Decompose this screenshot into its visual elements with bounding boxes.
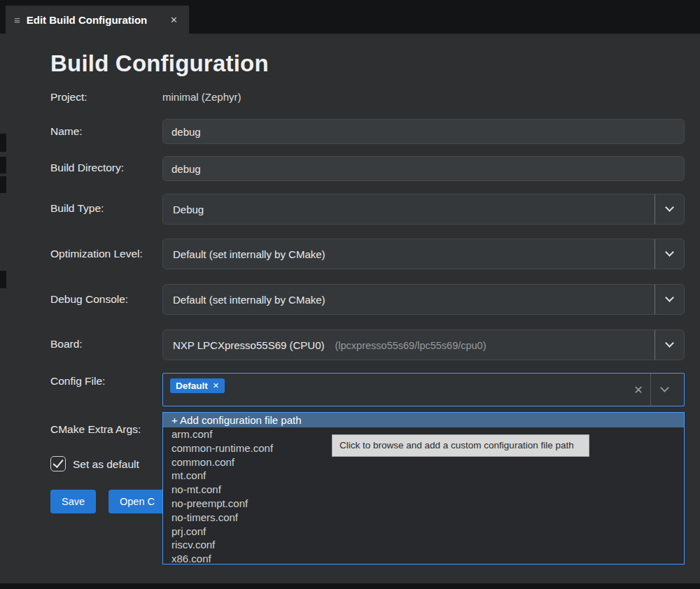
build-type-value: Debug — [173, 204, 204, 215]
project-value: minimal (Zephyr) — [162, 91, 241, 103]
debug-console-value: Default (set internally by CMake) — [173, 294, 326, 306]
left-edge-notch — [0, 176, 6, 193]
config-option[interactable]: x86.conf — [163, 552, 684, 565]
name-input[interactable] — [162, 119, 685, 144]
config-file-label: Config File: — [50, 375, 105, 388]
tab-title: Edit Build Configuration — [27, 14, 147, 26]
save-button[interactable]: Save — [50, 490, 96, 513]
board-label: Board: — [50, 338, 83, 350]
set-as-default-label: Set as default — [73, 458, 139, 471]
chevron-down-icon — [654, 285, 684, 314]
name-label: Name: — [50, 125, 83, 138]
cmake-extra-args-label: CMake Extra Args: — [50, 423, 141, 436]
left-edge-notch — [0, 134, 6, 152]
board-value: NXP LPCXpresso55S69 (CPU0) — [173, 339, 325, 351]
config-option[interactable]: no-timers.conf — [163, 511, 684, 525]
optimization-level-select[interactable]: Default (set internally by CMake) — [162, 239, 685, 269]
board-detail: (lpcxpresso55s69/lpc55s69/cpu0) — [335, 340, 486, 351]
config-file-multiselect[interactable]: Default ✕ ✕ — [162, 373, 685, 406]
config-chip-label: Default — [176, 381, 208, 391]
debug-console-select[interactable]: Default (set internally by CMake) — [162, 284, 685, 315]
set-as-default-checkbox[interactable] — [50, 456, 66, 471]
chevron-down-icon — [654, 194, 684, 224]
build-type-label: Build Type: — [50, 202, 104, 215]
config-option[interactable]: no-preempt.conf — [163, 497, 684, 511]
debug-console-label: Debug Console: — [50, 293, 128, 306]
chevron-down-icon[interactable] — [650, 374, 678, 406]
tab-edit-build-configuration[interactable]: ≡ Edit Build Configuration ✕ — [6, 6, 189, 34]
bottom-edge-strip — [0, 583, 700, 589]
edit-build-configuration-window: ≡ Edit Build Configuration ✕ Build Confi… — [0, 0, 700, 589]
build-type-select[interactable]: Debug — [162, 194, 685, 225]
tab-bar: ≡ Edit Build Configuration ✕ — [0, 0, 700, 34]
build-directory-input[interactable] — [162, 156, 685, 181]
chip-remove-icon[interactable]: ✕ — [213, 381, 219, 390]
chevron-down-icon — [654, 239, 684, 269]
config-option[interactable]: riscv.conf — [163, 538, 684, 552]
config-chip-default[interactable]: Default ✕ — [170, 378, 225, 393]
build-directory-label: Build Directory: — [50, 162, 124, 174]
left-edge-notch — [0, 271, 6, 288]
board-select[interactable]: NXP LPCXpresso55S69 (CPU0) (lpcxpresso55… — [162, 329, 685, 360]
config-option[interactable]: mt.conf — [163, 469, 684, 483]
chevron-down-icon — [654, 330, 684, 360]
left-edge-notch — [0, 157, 6, 173]
clear-selection-icon[interactable]: ✕ — [626, 383, 650, 397]
list-icon: ≡ — [14, 14, 20, 26]
add-config-file-path-option[interactable]: + Add configuration file path — [163, 413, 684, 427]
project-label: Project: — [50, 91, 88, 104]
open-button[interactable]: Open C — [108, 490, 166, 513]
config-option[interactable]: prj.conf — [163, 525, 684, 539]
config-option[interactable]: no-mt.conf — [163, 483, 684, 497]
config-option[interactable]: common.conf — [163, 455, 684, 469]
optimization-level-label: Optimization Level: — [50, 248, 143, 260]
browse-tooltip: Click to browse and add a custom configu… — [332, 434, 589, 457]
tab-close-icon[interactable]: ✕ — [167, 13, 181, 27]
page-title: Build Configuration — [50, 50, 269, 77]
optimization-level-value: Default (set internally by CMake) — [173, 248, 326, 260]
